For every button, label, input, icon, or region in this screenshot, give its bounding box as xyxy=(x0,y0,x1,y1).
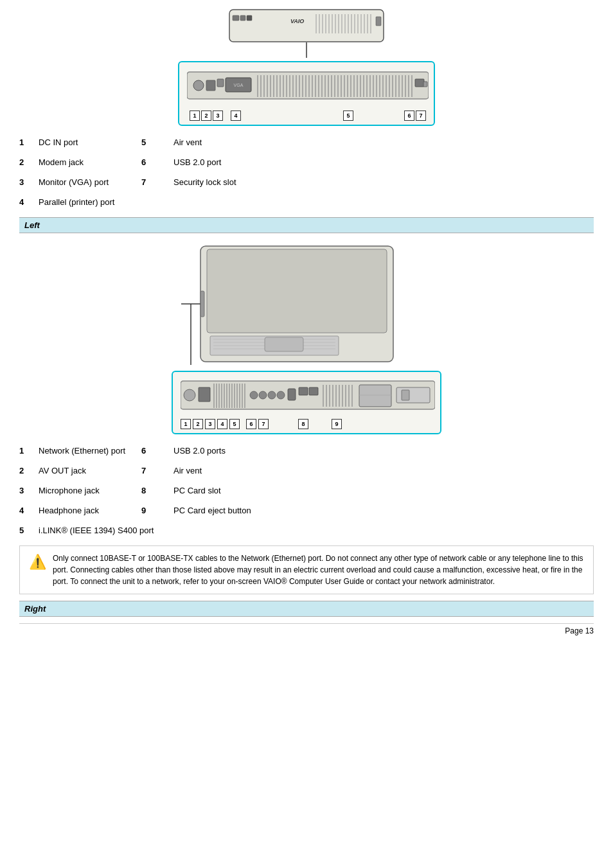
page-number: Page 13 xyxy=(19,623,594,635)
left-spec-label-5: i.LINK® (IEEE 1394) S400 port xyxy=(39,526,594,535)
svg-point-110 xyxy=(259,391,267,399)
warning-text: Only connect 10BASE-T or 100BASE-TX cabl… xyxy=(53,553,584,587)
spec-label-2: Modem jack xyxy=(39,157,141,167)
back-panel-number-labels: 1 2 3 4 5 6 7 xyxy=(187,109,429,121)
svg-point-112 xyxy=(277,391,285,399)
back-specs-list: 1 DC IN port 5 Air vent 2 Modem jack 6 U… xyxy=(19,137,594,207)
warning-message: Only connect 10BASE-T or 100BASE-TX cabl… xyxy=(53,554,583,586)
spec-num-2: 2 xyxy=(19,157,39,167)
left-spec-label-1: Network (Ethernet) port xyxy=(39,446,141,456)
left-label-1: 1 xyxy=(181,419,191,429)
label-3: 3 xyxy=(213,111,223,121)
svg-rect-23 xyxy=(376,17,381,26)
left-spec-num-4: 4 xyxy=(19,506,39,515)
label-5: 5 xyxy=(343,111,353,121)
label-7: 7 xyxy=(416,111,426,121)
svg-point-94 xyxy=(184,389,195,401)
left-panel-svg xyxy=(181,378,435,416)
svg-rect-129 xyxy=(402,390,409,400)
left-spec-num-3: 3 xyxy=(19,486,39,495)
spec-num-3: 3 xyxy=(19,177,39,187)
spec-label-7: Security lock slot xyxy=(173,177,594,187)
svg-rect-2 xyxy=(233,15,239,21)
svg-rect-113 xyxy=(288,389,296,400)
svg-rect-80 xyxy=(415,79,424,87)
label-4: 4 xyxy=(231,111,241,121)
svg-rect-92 xyxy=(200,291,204,317)
warning-icon: ⚠️ xyxy=(29,551,46,572)
svg-text:VGA: VGA xyxy=(234,83,244,87)
left-label-3: 3 xyxy=(205,419,215,429)
left-spec-row-1: 1 Network (Ethernet) port 6 USB 2.0 port… xyxy=(19,446,594,456)
left-spec-label-2: AV OUT jack xyxy=(39,466,141,475)
spec-num-7: 7 xyxy=(141,177,173,187)
svg-point-26 xyxy=(193,80,204,91)
svg-point-111 xyxy=(268,391,276,399)
left-panel-number-labels: 1 2 3 4 5 6 7 8 9 xyxy=(181,418,435,429)
left-spec-num-8: 8 xyxy=(141,486,173,495)
back-panel-svg: VGA xyxy=(187,69,429,107)
svg-rect-89 xyxy=(265,337,303,351)
left-spec-row-2: 2 AV OUT jack 7 Air vent xyxy=(19,466,594,475)
left-spec-label-8: PC Card slot xyxy=(173,486,594,495)
left-spec-row-4: 4 Headphone jack 9 PC Card eject button xyxy=(19,506,594,515)
left-spec-num-6: 6 xyxy=(141,446,173,456)
svg-rect-95 xyxy=(199,387,210,402)
spec-row-2: 2 Modem jack 6 USB 2.0 port xyxy=(19,157,594,167)
left-label-7: 7 xyxy=(258,419,269,429)
svg-rect-114 xyxy=(299,387,308,395)
spec-label-3: Monitor (VGA) port xyxy=(39,177,141,187)
spec-label-1: DC IN port xyxy=(39,137,141,147)
svg-rect-83 xyxy=(207,249,387,333)
spec-row-4: 4 Parallel (printer) port xyxy=(19,197,594,207)
left-panel-diagram: 1 2 3 4 5 6 7 8 9 xyxy=(172,371,441,434)
left-spec-row-5: 5 i.LINK® (IEEE 1394) S400 port xyxy=(19,526,594,535)
warning-section: ⚠️ Only connect 10BASE-T or 100BASE-TX c… xyxy=(19,545,594,594)
spec-num-5: 5 xyxy=(141,137,173,147)
left-spec-num-2: 2 xyxy=(19,466,39,475)
left-label-9: 9 xyxy=(332,419,342,429)
left-spec-label-3: Microphone jack xyxy=(39,486,141,495)
svg-rect-3 xyxy=(240,15,245,21)
left-label-2: 2 xyxy=(193,419,203,429)
laptop-perspective-sketch xyxy=(181,240,413,368)
svg-rect-0 xyxy=(229,10,384,42)
left-spec-num-9: 9 xyxy=(141,506,173,515)
svg-rect-28 xyxy=(217,79,224,87)
left-label-6: 6 xyxy=(246,419,256,429)
label-6: 6 xyxy=(404,111,414,121)
spec-label-5: Air vent xyxy=(173,137,594,147)
left-label-8: 8 xyxy=(298,419,308,429)
left-section-header: Left xyxy=(19,217,594,233)
back-panel-diagram: VGA xyxy=(178,61,435,126)
svg-rect-115 xyxy=(309,387,318,395)
laptop-top-sketch: VAIO xyxy=(191,6,422,61)
left-label-5: 5 xyxy=(229,419,240,429)
svg-rect-27 xyxy=(206,80,215,91)
svg-rect-4 xyxy=(247,15,252,21)
right-section-header: Right xyxy=(19,601,594,617)
left-label-4: 4 xyxy=(217,419,227,429)
left-spec-label-7: Air vent xyxy=(173,466,594,475)
left-spec-label-4: Headphone jack xyxy=(39,506,141,515)
left-spec-label-6: USB 2.0 ports xyxy=(173,446,594,456)
left-specs-list: 1 Network (Ethernet) port 6 USB 2.0 port… xyxy=(19,446,594,535)
spec-num-1: 1 xyxy=(19,137,39,147)
svg-rect-126 xyxy=(359,385,391,407)
left-spec-num-5: 5 xyxy=(19,526,39,535)
left-spec-num-7: 7 xyxy=(141,466,173,475)
spec-row-1: 1 DC IN port 5 Air vent xyxy=(19,137,594,147)
svg-point-109 xyxy=(250,391,258,399)
label-1: 1 xyxy=(190,111,200,121)
svg-text:VAIO: VAIO xyxy=(290,18,304,24)
label-2: 2 xyxy=(201,111,211,121)
spec-row-3: 3 Monitor (VGA) port 7 Security lock slo… xyxy=(19,177,594,187)
back-panel-section: VAIO xyxy=(19,6,594,126)
spec-num-6: 6 xyxy=(141,157,173,167)
left-spec-num-1: 1 xyxy=(19,446,39,456)
spec-num-4: 4 xyxy=(19,197,39,207)
left-diagram-section: 1 2 3 4 5 6 7 8 9 xyxy=(19,240,594,434)
spec-label-4: Parallel (printer) port xyxy=(39,197,141,207)
left-spec-label-9: PC Card eject button xyxy=(173,506,594,515)
left-spec-row-3: 3 Microphone jack 8 PC Card slot xyxy=(19,486,594,495)
